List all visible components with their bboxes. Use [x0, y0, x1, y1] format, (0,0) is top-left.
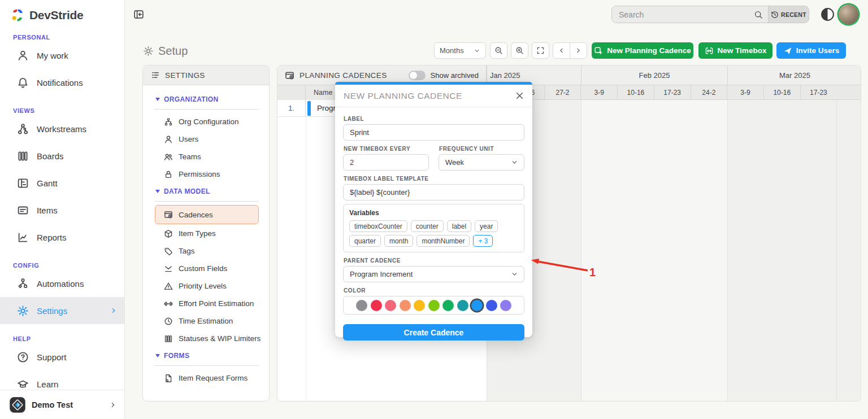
show-archived-toggle[interactable] — [409, 71, 426, 80]
week-header: 10-16 — [617, 85, 654, 100]
sidebar-item-items[interactable]: Items — [0, 197, 124, 224]
sidebar-item-label: My work — [37, 51, 68, 60]
settings-item-label: Statuses & WIP Limiters — [179, 334, 261, 343]
priority-icon — [164, 282, 173, 291]
timeline-pager — [553, 42, 587, 59]
color-swatch-4[interactable] — [400, 300, 411, 311]
collapse-sidebar-button[interactable] — [133, 9, 144, 20]
timebox-label-template-input[interactable] — [343, 184, 524, 200]
settings-item-label: Permissions — [179, 170, 220, 178]
org-icon — [164, 117, 173, 126]
settings-item-item-request-forms[interactable]: Item Request Forms — [143, 369, 269, 387]
customfields-icon — [164, 264, 173, 273]
sidebar-item-label: Support — [37, 352, 67, 362]
variable-chip-label[interactable]: label — [447, 220, 471, 232]
sidebar-item-gantt[interactable]: Gantt — [0, 169, 124, 197]
settings-item-priority-levels[interactable]: Priority Levels — [143, 277, 269, 295]
workspace-switcher[interactable]: Demo Test — [0, 390, 125, 419]
chevron-down-icon — [511, 159, 518, 166]
color-swatch-11[interactable] — [500, 300, 511, 311]
sidebar-nav: PERSONALMy workNotificationsVIEWSWorkstr… — [0, 34, 124, 398]
effort-icon — [164, 299, 173, 308]
sidebar-item-support[interactable]: Support — [0, 343, 124, 370]
sidebar-item-settings[interactable]: Settings — [0, 297, 124, 324]
timebox-every-input[interactable] — [343, 154, 429, 171]
settings-section-label: DATA MODEL — [164, 187, 210, 195]
variable-chip-month[interactable]: month — [384, 235, 413, 247]
variable-chip-year[interactable]: year — [475, 220, 498, 232]
settings-item-org-configuration[interactable]: Org Configuration — [143, 113, 269, 130]
new-planning-cadence-button[interactable]: New Planning Cadence — [592, 42, 693, 59]
divider — [154, 365, 259, 366]
sidebar-item-workstreams[interactable]: Workstreams — [0, 115, 124, 142]
app-logo[interactable]: DevStride — [0, 0, 124, 23]
settings-item-users[interactable]: Users — [143, 130, 269, 148]
divider — [154, 109, 259, 110]
sidebar-section-label: VIEWS — [13, 107, 124, 114]
color-swatch-8[interactable] — [457, 300, 468, 311]
settings-item-item-types[interactable]: Item Types — [143, 225, 269, 242]
next-button[interactable] — [570, 43, 587, 58]
sidebar-item-my-work[interactable]: My work — [0, 42, 124, 69]
zoom-in-button[interactable] — [511, 42, 528, 59]
label-input[interactable] — [343, 124, 524, 141]
settings-item-teams[interactable]: Teams — [143, 148, 269, 165]
parent-field-label: PARENT CADENCE — [344, 257, 524, 264]
invite-users-button[interactable]: Invite Users — [776, 42, 846, 59]
settings-section-data-model[interactable]: DATA MODEL — [143, 183, 269, 200]
variable-chip-monthnumber[interactable]: monthNumber — [416, 235, 470, 247]
color-swatch-1[interactable] — [356, 300, 367, 311]
color-swatch-3[interactable] — [385, 300, 396, 311]
settings-item-custom-fields[interactable]: Custom Fields — [143, 260, 269, 277]
settings-item-effort-point-estimation[interactable]: Effort Point Estimation — [143, 295, 269, 312]
triangle-down-icon — [155, 190, 160, 193]
reports-icon — [17, 232, 29, 243]
close-icon[interactable] — [515, 91, 524, 101]
fullscreen-button[interactable] — [532, 42, 549, 59]
theme-toggle-icon[interactable] — [821, 7, 835, 21]
settings-panel: SETTINGS ORGANIZATIONOrg ConfigurationUs… — [142, 65, 270, 401]
variable-chip-quarter[interactable]: quarter — [349, 235, 381, 247]
variable-chip-counter[interactable]: counter — [411, 220, 444, 232]
person-icon — [164, 135, 173, 144]
variables-title: Variables — [349, 209, 518, 217]
user-avatar[interactable] — [839, 5, 858, 24]
color-swatch-5[interactable] — [414, 300, 425, 311]
settings-item-cadences[interactable]: Cadences — [155, 205, 259, 224]
more-variables-chip[interactable]: + 3 — [473, 235, 493, 247]
timescale-select[interactable]: Months — [434, 42, 486, 59]
color-swatch-2[interactable] — [371, 300, 382, 311]
variable-chip-timeboxcounter[interactable]: timeboxCounter — [349, 220, 407, 232]
create-cadence-button[interactable]: Create Cadence — [343, 324, 524, 341]
new-timebox-button[interactable]: New Timebox — [698, 42, 772, 59]
sidebar-item-reports[interactable]: Reports — [0, 224, 124, 251]
prev-button[interactable] — [553, 43, 570, 58]
settings-item-statuses-wip-limiters[interactable]: Statuses & WIP Limiters — [143, 330, 269, 347]
sidebar-item-notifications[interactable]: Notifications — [0, 69, 124, 96]
automations-icon — [17, 278, 29, 290]
zoom-out-button[interactable] — [490, 42, 507, 59]
cadence-color-bar — [307, 101, 311, 116]
settings-item-label: Teams — [179, 152, 201, 161]
parent-cadence-select[interactable]: Program Increment — [343, 266, 524, 282]
search-field[interactable] — [612, 6, 768, 23]
settings-section-forms[interactable]: FORMS — [143, 347, 269, 364]
search-input[interactable] — [619, 10, 754, 19]
settings-section-organization[interactable]: ORGANIZATION — [143, 91, 269, 108]
settings-item-label: Item Types — [179, 229, 216, 238]
sidebar-item-boards[interactable]: Boards — [0, 142, 124, 169]
month-header-mar-2025: Mar 2025 — [727, 66, 861, 85]
settings-item-time-estimation[interactable]: Time Estimation — [143, 312, 269, 330]
sidebar-item-label: Gantt — [37, 178, 58, 188]
color-swatch-9[interactable] — [471, 300, 483, 311]
settings-item-permissions[interactable]: Permissions — [143, 165, 269, 183]
color-swatch-6[interactable] — [428, 300, 440, 311]
triangle-down-icon — [155, 354, 160, 357]
color-swatch-7[interactable] — [442, 300, 454, 311]
sidebar-item-automations[interactable]: Automations — [0, 270, 124, 297]
settings-item-tags[interactable]: Tags — [143, 242, 269, 260]
color-swatch-10[interactable] — [486, 300, 497, 311]
frequency-unit-select[interactable]: Week — [439, 154, 524, 171]
recent-button[interactable]: RECENT — [768, 6, 809, 23]
fullscreen-icon — [536, 46, 545, 55]
